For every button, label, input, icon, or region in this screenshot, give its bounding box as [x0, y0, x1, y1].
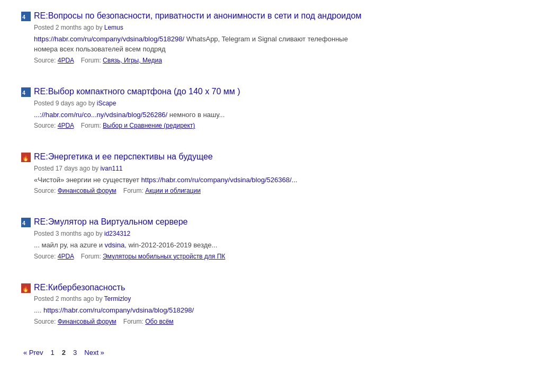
forum-name-2[interactable]: Выбор и Сравнение (редирект): [103, 122, 195, 129]
result-title-1: 4 RE:Вопросы по безопасности, приватност…: [21, 11, 534, 22]
result-item-3: 🔥 RE:Энергетика и ее перспективы на буду…: [21, 152, 534, 200]
result-meta-1: Posted 2 months ago by Lemus: [34, 24, 534, 31]
posted-text-3: Posted 17 days ago by: [34, 165, 99, 172]
source-name-1[interactable]: 4PDA: [58, 57, 74, 64]
posted-text-4: Posted 3 months ago by: [34, 230, 102, 237]
svg-text:4: 4: [22, 14, 25, 20]
result-snippet-2: ...://habr.com/ru/co...ny/vdsina/blog/52…: [34, 110, 534, 120]
source-label-4: Source:: [34, 253, 56, 260]
result-title-5: 🔥 RE:Кибербезопасность: [21, 282, 534, 293]
source-name-5[interactable]: Финансовый форум: [58, 318, 117, 325]
result-source-2: Source: 4PDA Forum: Выбор и Сравнение (р…: [34, 122, 534, 129]
result-link-1[interactable]: RE:Вопросы по безопасности, приватности …: [34, 11, 362, 22]
result-snippet-1: https://habr.com/ru/company/vdsina/blog/…: [34, 34, 534, 55]
4pda-icon-1: 4: [21, 12, 31, 21]
result-item-4: 4 RE:Эмулятор на Виртуальном сервере Pos…: [21, 217, 534, 265]
author-2[interactable]: iScape: [97, 100, 117, 107]
result-source-4: Source: 4PDA Forum: Эмуляторы мобильных …: [34, 253, 534, 260]
result-snippet-3: «Чистой» энергии не существует https://h…: [34, 175, 534, 185]
source-name-2[interactable]: 4PDA: [58, 122, 74, 129]
source-label-1: Source:: [34, 57, 56, 64]
result-source-5: Source: Финансовый форум Forum: Обо всём: [34, 318, 534, 325]
svg-text:🔥: 🔥: [22, 285, 29, 292]
prev-button[interactable]: « Prev: [21, 348, 46, 358]
result-title-2: 4 RE:Выбор компактного смартфона (до 140…: [21, 86, 534, 97]
result-title-3: 🔥 RE:Энергетика и ее перспективы на буду…: [21, 152, 534, 163]
snippet-after-4: , win-2012-2016-2019 везде...: [124, 241, 217, 249]
snippet-after-2: немного в нашу...: [167, 111, 225, 119]
forum-label-3: Forum:: [123, 187, 144, 194]
current-page: 2: [60, 348, 68, 358]
snippet-before-3: «Чистой» энергии не существует: [34, 176, 141, 184]
result-meta-2: Posted 9 days ago by iScape: [34, 100, 534, 107]
result-source-3: Source: Финансовый форум Forum: Акции и …: [34, 187, 534, 194]
source-label-3: Source:: [34, 187, 56, 194]
result-link-2[interactable]: RE:Выбор компактного смартфона (до 140 х…: [34, 86, 240, 97]
result-meta-3: Posted 17 days ago by ivan111: [34, 165, 534, 172]
forum-name-5[interactable]: Обо всём: [145, 318, 173, 325]
result-item-5: 🔥 RE:Кибербезопасность Posted 2 months a…: [21, 282, 534, 331]
author-5[interactable]: Termizloy: [104, 295, 131, 302]
forum-label-2: Forum:: [81, 122, 101, 129]
svg-text:🔥: 🔥: [22, 155, 29, 162]
forum-name-1[interactable]: Связь, Игры, Медиа: [103, 57, 162, 64]
source-name-4[interactable]: 4PDA: [58, 253, 74, 260]
next-button[interactable]: Next »: [82, 348, 106, 358]
snippet-link-1-a[interactable]: https://habr.com/ru/company/vdsina/blog/…: [34, 35, 184, 43]
result-link-3[interactable]: RE:Энергетика и ее перспективы на будуще…: [34, 152, 213, 163]
page-3-button[interactable]: 3: [71, 348, 79, 358]
forum-name-4[interactable]: Эмуляторы мобильных устройств для ПК: [103, 253, 225, 260]
result-snippet-5: .... https://habr.com/ru/company/vdsina/…: [34, 305, 534, 316]
snippet-link-5[interactable]: https://habr.com/ru/company/vdsina/blog/…: [43, 306, 194, 314]
4pda-icon-2: 4: [21, 87, 31, 97]
forum-label-1: Forum:: [81, 57, 101, 64]
forum-name-3[interactable]: Акции и облигации: [145, 187, 201, 194]
source-label-5: Source:: [34, 318, 56, 325]
forum-label-4: Forum:: [81, 253, 101, 260]
svg-text:4: 4: [22, 90, 25, 95]
snippet-link-3[interactable]: https://habr.com/ru/company/vdsina/blog/…: [141, 176, 298, 184]
result-item-2: 4 RE:Выбор компактного смартфона (до 140…: [21, 86, 534, 135]
result-meta-4: Posted 3 months ago by id234312: [34, 230, 534, 237]
author-1[interactable]: Lemus: [104, 24, 123, 31]
result-item-1: 4 RE:Вопросы по безопасности, приватност…: [21, 11, 534, 69]
result-title-4: 4 RE:Эмулятор на Виртуальном сервере: [21, 217, 534, 228]
author-3[interactable]: ivan111: [100, 165, 122, 172]
posted-text-5: Posted 2 months ago by: [34, 295, 102, 302]
source-label-2: Source:: [34, 122, 56, 129]
forum-label-5: Forum:: [123, 318, 144, 325]
result-snippet-4: ... майл ру, на azure и vdsina, win-2012…: [34, 240, 534, 251]
svg-text:4: 4: [22, 220, 25, 226]
page-1-button[interactable]: 1: [49, 348, 57, 358]
result-meta-5: Posted 2 months ago by Termizloy: [34, 295, 534, 302]
snippet-highlight-4: vdsina: [105, 241, 125, 249]
snippet-before-4: ... майл ру, на azure и: [34, 241, 105, 249]
fire-icon-5: 🔥: [21, 283, 31, 293]
result-source-1: Source: 4PDA Forum: Связь, Игры, Медиа: [34, 57, 534, 64]
fire-icon-3: 🔥: [21, 153, 31, 162]
result-link-4[interactable]: RE:Эмулятор на Виртуальном сервере: [34, 217, 187, 228]
snippet-before-5: ....: [34, 306, 43, 314]
result-link-5[interactable]: RE:Кибербезопасность: [34, 282, 125, 293]
author-4[interactable]: id234312: [104, 230, 130, 237]
source-name-3[interactable]: Финансовый форум: [58, 187, 117, 194]
snippet-link-2[interactable]: ...://habr.com/ru/co...ny/vdsina/blog/52…: [34, 111, 167, 119]
posted-text-2: Posted 9 days ago by: [34, 100, 95, 107]
pagination: « Prev 1 2 3 Next »: [21, 348, 534, 358]
posted-text-1: Posted 2 months ago by: [34, 24, 102, 31]
4pda-icon-4: 4: [21, 218, 31, 227]
